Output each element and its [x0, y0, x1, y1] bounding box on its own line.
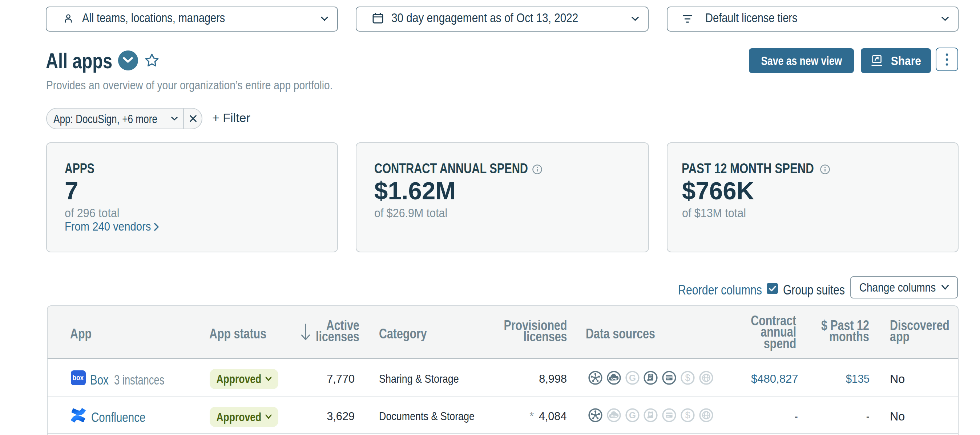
svg-text:$: $	[685, 410, 690, 421]
svg-text:$: $	[685, 373, 690, 383]
svg-text:G: G	[629, 373, 636, 383]
svg-text:G: G	[629, 410, 636, 420]
